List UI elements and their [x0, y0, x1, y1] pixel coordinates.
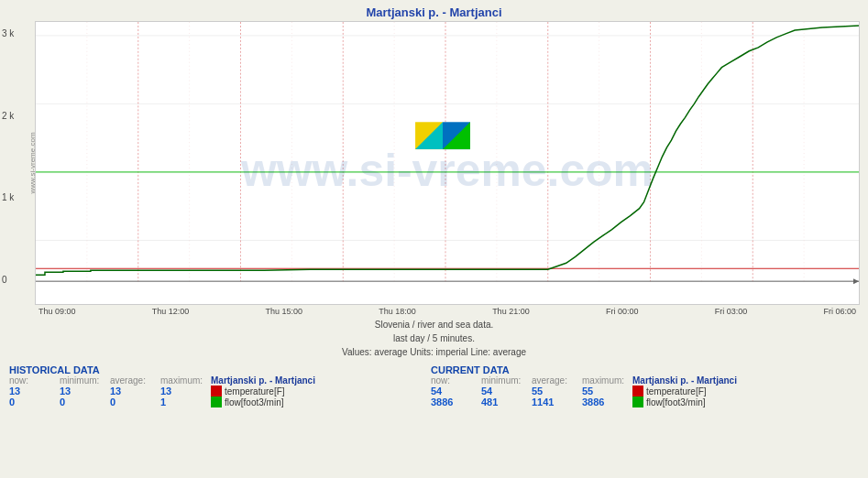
- hist-station: Martjanski p. - Martjanci: [211, 375, 315, 386]
- curr-flow-label: flow[foot3/min]: [646, 397, 705, 407]
- curr-flow-legend-box: [632, 397, 643, 407]
- curr-temp-label: temperature[F]: [646, 386, 707, 397]
- current-data-section: CURRENT DATA now: minimum: average: maxi…: [431, 364, 852, 407]
- curr-station: Martjanski p. - Martjanci: [632, 375, 737, 386]
- hist-temp-label: temperature[F]: [225, 386, 285, 397]
- curr-flow-now: 3886: [431, 397, 481, 407]
- chart-svg: www.si-vreme.com: [35, 21, 860, 305]
- subtitle-line3: Values: average Units: imperial Line: av…: [0, 345, 868, 359]
- curr-flow-max: 3886: [582, 397, 632, 407]
- x-label-thu18: Thu 18:00: [379, 307, 416, 316]
- hist-temp-legend-box: [211, 386, 222, 397]
- x-label-thu21: Thu 21:00: [492, 307, 530, 316]
- hist-flow-min: 0: [60, 397, 110, 407]
- subtitle-line2: last day / 5 minutes.: [0, 331, 868, 345]
- subtitle-line1: Slovenia / river and sea data.: [0, 318, 868, 331]
- curr-col-avg: average:: [532, 375, 582, 386]
- hist-temp-now: 13: [9, 386, 60, 397]
- hist-flow-now: 0: [9, 397, 60, 407]
- x-label-fri03: Fri 03:00: [715, 307, 748, 316]
- side-watermark: www.si-vreme.com: [28, 132, 37, 193]
- svg-text:www.si-vreme.com: www.si-vreme.com: [240, 145, 654, 196]
- curr-col-now: now:: [431, 375, 481, 386]
- hist-flow-label: flow[foot3/min]: [225, 397, 283, 407]
- curr-col-max: maximum:: [582, 375, 632, 386]
- hist-col-min: minimum:: [60, 375, 110, 386]
- hist-temp-avg: 13: [110, 386, 160, 397]
- curr-flow-min: 481: [481, 397, 532, 407]
- historical-header: HISTORICAL DATA: [9, 364, 431, 375]
- x-label-thu09: Thu 09:00: [38, 307, 76, 316]
- hist-flow-legend-box: [211, 397, 222, 407]
- x-label-fri00: Fri 00:00: [606, 307, 639, 316]
- hist-flow-avg: 0: [110, 397, 160, 407]
- x-label-thu15: Thu 15:00: [266, 307, 303, 316]
- page-wrapper: Martjanski p. - Martjanci 3 k 2 k 1 k 0 …: [0, 0, 868, 478]
- x-label-thu12: Thu 12:00: [152, 307, 190, 316]
- curr-temp-legend-box: [632, 386, 643, 397]
- curr-temp-min: 54: [481, 386, 532, 397]
- y-label-2k: 2 k: [2, 111, 14, 121]
- y-label-3k: 3 k: [2, 28, 14, 38]
- curr-flow-avg: 1141: [532, 397, 582, 407]
- curr-temp-avg: 55: [532, 386, 582, 397]
- historical-data-section: HISTORICAL DATA now: minimum: average: m…: [9, 364, 431, 407]
- hist-temp-min: 13: [60, 386, 110, 397]
- hist-col-now: now:: [9, 375, 60, 386]
- y-label-0: 0: [2, 275, 14, 285]
- hist-flow-max: 1: [160, 397, 211, 407]
- x-label-fri06: Fri 06:00: [823, 307, 856, 316]
- curr-temp-now: 54: [431, 386, 481, 397]
- hist-temp-max: 13: [160, 386, 211, 397]
- chart-subtitle: Slovenia / river and sea data. last day …: [0, 318, 868, 359]
- curr-col-min: minimum:: [481, 375, 532, 386]
- hist-col-avg: average:: [110, 375, 160, 386]
- chart-title: Martjanski p. - Martjanci: [0, 0, 868, 21]
- curr-temp-max: 55: [582, 386, 632, 397]
- current-header: CURRENT DATA: [431, 364, 852, 375]
- y-label-1k: 1 k: [2, 192, 14, 202]
- hist-col-max: maximum:: [160, 375, 211, 386]
